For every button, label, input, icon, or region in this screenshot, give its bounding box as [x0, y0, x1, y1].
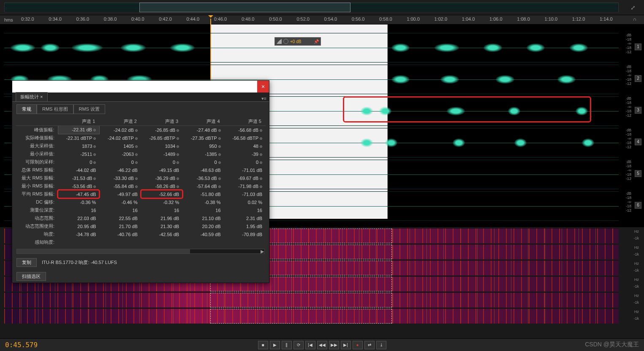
stats-cell[interactable]	[224, 238, 266, 246]
scroll-right-icon[interactable]: ▶	[260, 249, 264, 253]
stats-cell[interactable]: 48	[224, 142, 266, 150]
stats-cell[interactable]: -0.32 %	[141, 198, 182, 206]
stats-cell[interactable]	[141, 238, 182, 246]
locate-dot-icon[interactable]	[177, 129, 179, 132]
locate-dot-icon[interactable]	[177, 137, 179, 140]
locate-dot-icon[interactable]	[135, 185, 138, 188]
pause-button[interactable]: ‖	[282, 341, 292, 349]
stats-cell[interactable]: 1034	[141, 142, 182, 150]
stats-cell[interactable]: -22.31 dB	[58, 126, 99, 134]
stats-cell[interactable]: -22.31 dBTP	[58, 134, 99, 142]
column-header[interactable]: 声道 1	[58, 117, 99, 126]
stats-cell[interactable]: -49.97 dB	[99, 190, 141, 198]
overview-viewport-handle[interactable]	[139, 3, 351, 12]
column-header[interactable]: 声道 4	[182, 117, 224, 126]
column-header[interactable]: 声道 3	[141, 117, 182, 126]
track-number-badge[interactable]: 3	[635, 107, 641, 114]
stats-cell[interactable]: -27.48 dB	[182, 126, 224, 134]
stats-cell[interactable]: -40.76 dB	[99, 230, 141, 238]
copy-button[interactable]: 复制	[16, 258, 37, 267]
stats-cell[interactable]: -0.36 %	[58, 198, 99, 206]
stats-cell[interactable]: -55.84 dB	[99, 182, 141, 190]
column-header[interactable]: 声道 2	[99, 117, 141, 126]
stats-cell[interactable]: 21.96 dB	[141, 214, 182, 222]
stats-cell[interactable]: 21.30 dB	[141, 222, 182, 230]
stats-cell[interactable]: 20.20 dB	[182, 222, 224, 230]
stats-cell[interactable]: -47.45 dB	[58, 190, 99, 198]
locate-dot-icon[interactable]	[93, 145, 96, 148]
skip-selection-button[interactable]: ⤓	[376, 341, 386, 349]
stats-cell[interactable]: -71.01 dB	[224, 166, 266, 174]
stats-cell[interactable]: -53.56 dB	[58, 182, 99, 190]
gain-knob[interactable]	[283, 39, 288, 44]
stats-cell[interactable]: -24.02 dBTP	[99, 134, 141, 142]
stats-cell[interactable]: -71.03 dB	[224, 190, 266, 198]
subtab-general[interactable]: 常规	[16, 104, 37, 114]
stats-cell[interactable]: -2063	[99, 150, 141, 158]
subtab-rms-histogram[interactable]: RMS 柱形图	[37, 104, 73, 114]
skip-start-button[interactable]: |◀	[305, 341, 315, 349]
stats-cell[interactable]: 0	[99, 158, 141, 166]
stats-cell[interactable]: -0.46 %	[99, 198, 141, 206]
locate-dot-icon[interactable]	[93, 161, 96, 164]
stats-cell[interactable]: -46.22 dB	[99, 166, 141, 174]
stats-cell[interactable]: 21.70 dB	[99, 222, 141, 230]
horizontal-scrollbar[interactable]: ◀ ▶	[16, 249, 265, 254]
overview-bar[interactable]: ⤢	[0, 0, 644, 15]
timeline-ruler[interactable]: hms ∩ 0:32.00:34.00:36.00:38.00:40.00:42…	[0, 15, 644, 24]
locate-dot-icon[interactable]	[93, 137, 96, 140]
stop-button[interactable]: ■	[258, 341, 268, 349]
stats-cell[interactable]: 1.95 dB	[224, 222, 266, 230]
stats-cell[interactable]	[182, 238, 224, 246]
spectro-row[interactable]: Hz-1k	[4, 292, 619, 307]
locate-dot-icon[interactable]	[260, 153, 262, 156]
zoom-reset-icon[interactable]: ⤢	[630, 4, 636, 11]
stats-cell[interactable]	[99, 238, 141, 246]
locate-dot-icon[interactable]	[260, 177, 262, 180]
stats-cell[interactable]: 16	[58, 206, 99, 214]
locate-dot-icon[interactable]	[218, 185, 221, 188]
stats-cell[interactable]: 1405	[99, 142, 141, 150]
scrollbar-thumb[interactable]	[17, 249, 190, 253]
track-number-badge[interactable]: 1	[635, 44, 641, 50]
stats-cell[interactable]: -70.89 dB	[224, 230, 266, 238]
stats-cell[interactable]: 22.55 dB	[99, 214, 141, 222]
stats-cell[interactable]: -1385	[182, 150, 224, 158]
locate-dot-icon[interactable]	[135, 161, 138, 164]
locate-dot-icon[interactable]	[218, 177, 221, 180]
stats-cell[interactable]: -0.38 %	[182, 198, 224, 206]
stats-cell[interactable]: -56.68 dB	[224, 126, 266, 134]
track-number-badge[interactable]: 4	[635, 139, 641, 145]
stats-cell[interactable]: 16	[141, 206, 182, 214]
panel-tab-amplitude-stats[interactable]: 振幅统计 ×	[16, 92, 48, 101]
stats-cell[interactable]: 950	[182, 142, 224, 150]
locate-dot-icon[interactable]	[93, 185, 96, 188]
stats-cell[interactable]: -33.30 dB	[99, 174, 141, 182]
stats-cell[interactable]: -42.56 dB	[141, 230, 182, 238]
stats-cell[interactable]: -26.85 dBTP	[141, 134, 182, 142]
stats-cell[interactable]: -44.02 dB	[58, 166, 99, 174]
stats-cell[interactable]: -31.53 dB	[58, 174, 99, 182]
loop-button[interactable]: ⟳	[293, 341, 304, 349]
stats-cell[interactable]: 16	[99, 206, 141, 214]
scan-selection-button[interactable]: 扫描选区	[16, 272, 46, 281]
locate-dot-icon[interactable]	[218, 129, 221, 132]
locate-dot-icon[interactable]	[260, 145, 262, 148]
panel-menu-icon[interactable]: ▾≡	[261, 96, 269, 101]
locate-dot-icon[interactable]	[218, 153, 221, 156]
locate-dot-icon[interactable]	[93, 177, 96, 180]
forward-button[interactable]: ▶▶	[329, 341, 339, 349]
rewind-button[interactable]: ◀◀	[317, 341, 327, 349]
stats-cell[interactable]: 0	[58, 158, 99, 166]
stats-cell[interactable]	[58, 238, 99, 246]
stats-cell[interactable]: -39	[224, 150, 266, 158]
column-header[interactable]: 声道 5	[224, 117, 266, 126]
locate-dot-icon[interactable]	[177, 145, 179, 148]
play-button[interactable]: ▶	[270, 341, 280, 349]
stats-cell[interactable]: -69.67 dB	[224, 174, 266, 182]
stats-cell[interactable]: -2511	[58, 150, 99, 158]
stats-cell[interactable]: 20.95 dB	[58, 222, 99, 230]
stats-cell[interactable]: 22.03 dB	[58, 214, 99, 222]
stats-cell[interactable]: -49.15 dB	[141, 166, 182, 174]
close-icon[interactable]: ×	[40, 94, 43, 99]
